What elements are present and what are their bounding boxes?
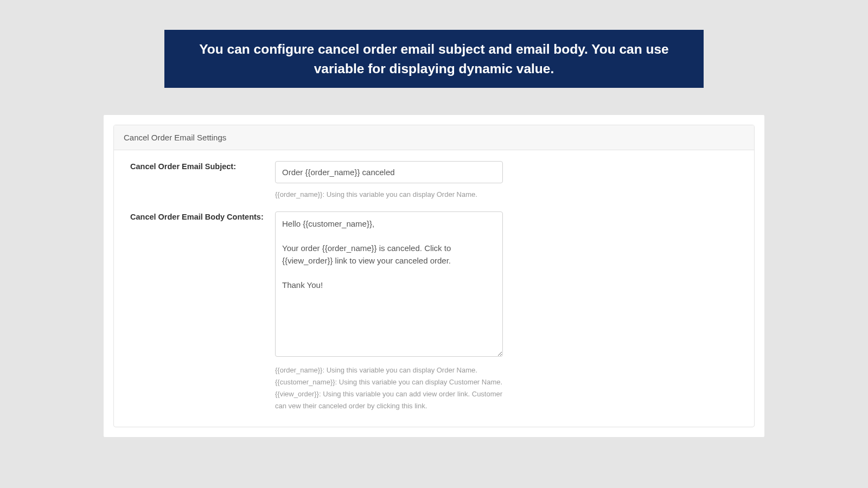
info-banner-text: You can configure cancel order email sub… <box>199 42 668 76</box>
body-hint-line: {{view_order}}: Using this variable you … <box>275 388 503 412</box>
body-hint-line: {{order_name}}: Using this variable you … <box>275 364 503 376</box>
panel-header: Cancel Order Email Settings <box>114 125 754 150</box>
body-textarea[interactable] <box>275 211 503 357</box>
info-banner: You can configure cancel order email sub… <box>164 30 704 88</box>
settings-card: Cancel Order Email Settings Cancel Order… <box>104 115 764 436</box>
subject-field-wrap: {{order_name}}: Using this variable you … <box>275 161 503 201</box>
body-field-wrap: {{order_name}}: Using this variable you … <box>275 211 503 412</box>
subject-row: Cancel Order Email Subject: {{order_name… <box>130 161 738 201</box>
subject-hint: {{order_name}}: Using this variable you … <box>275 189 503 201</box>
settings-panel: Cancel Order Email Settings Cancel Order… <box>113 125 755 427</box>
body-hints: {{order_name}}: Using this variable you … <box>275 364 503 412</box>
body-row: Cancel Order Email Body Contents: {{orde… <box>130 211 738 412</box>
subject-input[interactable] <box>275 161 503 183</box>
panel-body: Cancel Order Email Subject: {{order_name… <box>114 150 754 426</box>
body-hint-line: {{customer_name}}: Using this variable y… <box>275 376 503 388</box>
subject-label: Cancel Order Email Subject: <box>130 161 275 201</box>
panel-title: Cancel Order Email Settings <box>124 133 226 142</box>
body-label: Cancel Order Email Body Contents: <box>130 211 275 412</box>
